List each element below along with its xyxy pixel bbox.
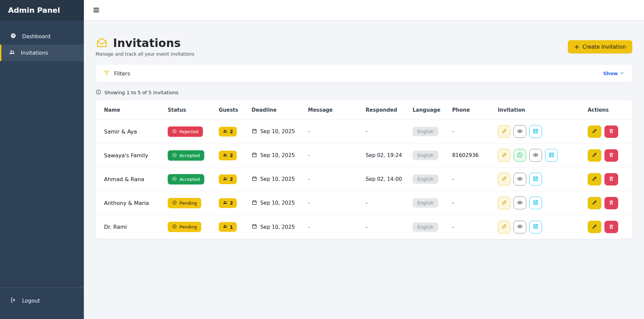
trash-icon (608, 128, 614, 135)
message-cell: - (308, 176, 366, 182)
row-actions (588, 173, 624, 185)
clock-icon (172, 224, 177, 230)
eye-icon (517, 223, 523, 230)
hamburger-menu-icon[interactable] (93, 6, 100, 14)
users-icon (9, 49, 15, 57)
link-button[interactable] (498, 197, 511, 209)
table-row: Sawaya's FamilyAccepted2Sep 10, 2025-Sep… (96, 144, 632, 167)
invitee-name: Anthony & Maria (104, 200, 168, 206)
table-row: Dr. RamiPending1Sep 10, 2025--English- (96, 215, 632, 239)
pencil-icon (592, 176, 597, 182)
guests-count: 2 (230, 176, 233, 182)
edit-button[interactable] (588, 221, 601, 233)
table-body: Samir & AyaRejected2Sep 10, 2025--Englis… (96, 120, 632, 239)
funnel-icon (104, 70, 110, 77)
link-button[interactable] (498, 221, 511, 233)
deadline-date: Sep 10, 2025 (260, 200, 295, 206)
status-label: Accepted (179, 153, 200, 158)
delete-button[interactable] (604, 221, 618, 233)
status-label: Pending (179, 224, 197, 229)
table-row: Anthony & MariaPending2Sep 10, 2025--Eng… (96, 191, 632, 215)
qr-button[interactable] (529, 173, 542, 185)
trash-icon (608, 224, 614, 230)
logout-button[interactable]: Logout (0, 293, 84, 309)
invitee-name: Sawaya's Family (104, 152, 168, 159)
invitation-buttons (498, 125, 588, 138)
app-root: Admin Panel DashboardInvitations Logout (0, 0, 644, 319)
eye-button[interactable] (514, 221, 526, 233)
sidebar-item-invitations[interactable]: Invitations (0, 45, 84, 61)
filters-label: Filters (114, 70, 130, 77)
invitee-name: Samir & Aya (104, 128, 168, 135)
eye-icon (517, 200, 523, 207)
qr-code-icon (533, 176, 539, 183)
guests-count: 2 (230, 129, 233, 134)
guests-badge: 2 (219, 174, 237, 184)
table-row: Ahmad & RanaAccepted2Sep 10, 2025-Sep 02… (96, 167, 632, 191)
dashboard-icon (10, 33, 16, 40)
eye-icon (517, 128, 523, 135)
eye-button[interactable] (514, 173, 526, 185)
delete-button[interactable] (604, 125, 618, 138)
pencil-icon (592, 224, 597, 230)
phone-cell: - (452, 176, 498, 182)
qr-button[interactable] (529, 125, 542, 138)
link-button[interactable] (498, 173, 511, 185)
link-icon (501, 200, 507, 207)
delete-button[interactable] (604, 197, 618, 209)
sidebar-nav: DashboardInvitations (0, 20, 84, 287)
status-badge: Pending (168, 198, 201, 208)
guests-count: 1 (230, 224, 233, 230)
edit-button[interactable] (588, 173, 601, 185)
guests-count: 2 (230, 200, 233, 206)
users-icon (223, 200, 227, 206)
create-invitation-button[interactable]: + Create Invitation (568, 40, 633, 53)
eye-button[interactable] (514, 197, 526, 209)
edit-button[interactable] (588, 149, 601, 162)
edit-button[interactable] (588, 197, 601, 209)
eye-button[interactable] (514, 125, 526, 138)
message-cell: - (308, 224, 366, 230)
status-badge: Rejected (168, 126, 203, 137)
plus-icon: + (574, 44, 580, 50)
delete-button[interactable] (604, 149, 618, 162)
invitation-buttons (498, 149, 588, 162)
sidebar-item-dashboard[interactable]: Dashboard (0, 28, 84, 45)
check-circle-icon (172, 176, 177, 182)
eye-button[interactable] (529, 149, 542, 162)
qr-button[interactable] (545, 149, 558, 162)
guests-count: 2 (230, 153, 233, 158)
column-header-status: Status (168, 107, 219, 113)
deadline-date: Sep 10, 2025 (260, 224, 295, 230)
guests-badge: 2 (219, 198, 237, 208)
deadline-date: Sep 10, 2025 (260, 152, 295, 158)
language-badge: English (413, 127, 438, 136)
mail-open-icon (96, 36, 108, 50)
link-button[interactable] (498, 149, 511, 162)
invitation-buttons (498, 197, 588, 209)
table-header-row: NameStatusGuestsDeadlineMessageResponded… (96, 100, 632, 120)
edit-button[interactable] (588, 125, 601, 138)
link-icon (501, 152, 507, 159)
qr-code-icon (548, 152, 554, 159)
link-button[interactable] (498, 125, 511, 138)
qr-button[interactable] (529, 197, 542, 209)
logout-label: Logout (22, 298, 40, 304)
responded-cell: - (366, 200, 413, 206)
column-header-name: Name (104, 107, 168, 113)
qr-button[interactable] (529, 221, 542, 233)
users-icon (223, 129, 227, 135)
column-header-deadline: Deadline (252, 107, 308, 113)
info-icon (96, 89, 101, 96)
main-area: Invitations Manage and track all your ev… (84, 0, 644, 319)
delete-button[interactable] (604, 173, 618, 185)
calendar-icon (252, 128, 257, 135)
users-icon (223, 176, 227, 182)
column-header-message: Message (308, 107, 366, 113)
deadline-cell: Sep 10, 2025 (252, 128, 308, 135)
whatsapp-button[interactable] (514, 149, 526, 162)
trash-icon (608, 152, 614, 159)
trash-icon (608, 200, 614, 206)
title-row: Invitations (96, 36, 194, 50)
filters-show-toggle[interactable]: Show (603, 71, 624, 76)
